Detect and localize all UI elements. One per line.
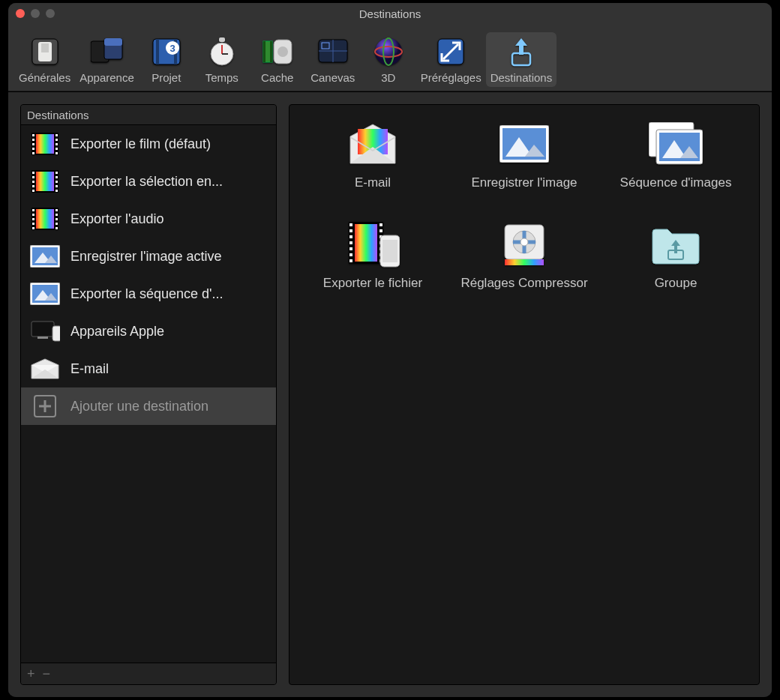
destination-templates-panel: E-mail Enregistrer l'image Séquence d'im… xyxy=(289,104,760,685)
zoom-window-button[interactable] xyxy=(46,9,55,18)
destination-label: E-mail xyxy=(70,361,270,377)
template-label: Groupe xyxy=(655,276,698,291)
svg-rect-65 xyxy=(56,223,58,225)
sidebar-header: Destinations xyxy=(21,105,276,125)
filmstrip-phone-icon xyxy=(346,220,400,268)
svg-rect-106 xyxy=(350,259,352,262)
photo-icon xyxy=(30,281,60,307)
svg-rect-56 xyxy=(36,209,54,229)
svg-rect-45 xyxy=(32,172,34,174)
template-label: E-mail xyxy=(355,175,391,190)
destination-label: Exporter l'audio xyxy=(70,211,270,227)
svg-rect-76 xyxy=(38,337,48,339)
window-title: Destinations xyxy=(359,7,422,20)
template-label: Séquence d'images xyxy=(620,175,732,190)
svg-rect-12 xyxy=(219,37,225,42)
svg-point-16 xyxy=(278,46,288,57)
svg-rect-33 xyxy=(32,134,34,136)
titlebar: Destinations xyxy=(8,3,772,24)
tab-time[interactable]: Temps xyxy=(194,32,250,87)
svg-rect-105 xyxy=(350,253,352,256)
add-destination-row[interactable]: Ajouter une destination xyxy=(21,387,276,425)
svg-rect-102 xyxy=(350,235,352,238)
svg-rect-51 xyxy=(56,176,58,178)
tab-presets[interactable]: Préréglages xyxy=(416,32,486,87)
globe-3d-icon xyxy=(372,35,405,68)
tab-3d[interactable]: 3D xyxy=(361,32,416,87)
filmstrip-icon xyxy=(30,169,60,194)
template-image-sequence[interactable]: Séquence d'images xyxy=(600,120,752,190)
folder-share-icon xyxy=(649,220,703,268)
template-label: Enregistrer l'image xyxy=(471,175,577,190)
tab-label: Préréglages xyxy=(421,71,482,84)
minimize-window-button[interactable] xyxy=(31,9,40,18)
svg-rect-59 xyxy=(32,218,34,220)
svg-rect-41 xyxy=(56,148,58,150)
svg-rect-20 xyxy=(270,41,272,62)
svg-rect-108 xyxy=(380,229,382,232)
svg-point-25 xyxy=(375,38,402,65)
appearance-icon xyxy=(91,35,124,68)
template-compressor-settings[interactable]: Réglages Compressor xyxy=(448,220,600,291)
svg-rect-53 xyxy=(56,185,58,187)
add-button[interactable]: + xyxy=(27,666,35,682)
svg-rect-61 xyxy=(32,227,34,229)
share-icon xyxy=(505,35,538,68)
svg-point-118 xyxy=(520,238,528,246)
destination-export-sequence[interactable]: Exporter la séquence d'... xyxy=(21,275,276,313)
svg-rect-36 xyxy=(32,148,34,150)
destination-exporter-film[interactable]: Exporter le film (défaut) xyxy=(21,125,276,163)
svg-rect-7 xyxy=(156,39,159,64)
destination-label: Exporter la séquence d'... xyxy=(70,286,270,302)
envelope-icon xyxy=(30,356,60,381)
remove-button[interactable]: − xyxy=(43,666,51,682)
destination-exporter-selection[interactable]: Exporter la sélection en... xyxy=(21,163,276,200)
destination-exporter-audio[interactable]: Exporter l'audio xyxy=(21,200,276,238)
destination-save-image[interactable]: Enregistrer l'image active xyxy=(21,238,276,275)
template-group[interactable]: Groupe xyxy=(600,220,752,291)
svg-rect-101 xyxy=(350,229,352,232)
destination-label: Enregistrer l'image active xyxy=(70,249,270,265)
svg-rect-29 xyxy=(512,53,530,65)
svg-rect-2 xyxy=(41,43,49,52)
svg-rect-37 xyxy=(32,152,34,154)
svg-rect-64 xyxy=(56,218,58,220)
filmstrip-icon xyxy=(30,206,60,232)
destinations-list: Exporter le film (défaut) Exporter la sé… xyxy=(21,125,276,663)
filmstrip-icon xyxy=(30,131,60,157)
tab-label: Cache xyxy=(261,71,293,84)
tab-appearance[interactable]: Apparence xyxy=(75,32,139,87)
svg-rect-57 xyxy=(32,209,34,211)
svg-rect-49 xyxy=(32,190,34,192)
cache-icon xyxy=(261,35,294,68)
svg-rect-48 xyxy=(32,185,34,187)
tab-general[interactable]: Générales xyxy=(14,32,75,87)
svg-rect-119 xyxy=(505,259,544,265)
destination-apple-devices[interactable]: Appareils Apple xyxy=(21,313,276,350)
destination-label: Exporter le film (défaut) xyxy=(70,136,270,152)
destination-email[interactable]: E-mail xyxy=(21,350,276,387)
svg-text:3: 3 xyxy=(170,43,175,54)
template-label: Réglages Compressor xyxy=(460,276,587,291)
template-email[interactable]: E-mail xyxy=(297,120,448,190)
svg-rect-42 xyxy=(56,152,58,154)
template-label: Exporter le fichier xyxy=(323,276,422,291)
tab-canvas[interactable]: Canevas xyxy=(305,32,361,87)
tab-label: Apparence xyxy=(80,71,134,84)
envelope-large-icon xyxy=(346,120,400,168)
svg-rect-44 xyxy=(36,172,54,191)
tab-label: Canevas xyxy=(310,71,355,84)
template-export-file[interactable]: Exporter le fichier xyxy=(297,220,448,291)
tab-project[interactable]: 3 Projet xyxy=(139,32,194,87)
close-window-button[interactable] xyxy=(16,9,25,18)
svg-rect-62 xyxy=(56,209,58,211)
template-save-image[interactable]: Enregistrer l'image xyxy=(448,120,600,190)
tab-cache[interactable]: Cache xyxy=(250,32,305,87)
tab-destinations[interactable]: Destinations xyxy=(486,32,557,87)
svg-rect-66 xyxy=(56,227,58,229)
svg-rect-32 xyxy=(36,134,54,154)
svg-rect-39 xyxy=(56,139,58,141)
resize-icon xyxy=(434,35,467,68)
svg-rect-50 xyxy=(56,172,58,174)
svg-rect-38 xyxy=(56,134,58,136)
